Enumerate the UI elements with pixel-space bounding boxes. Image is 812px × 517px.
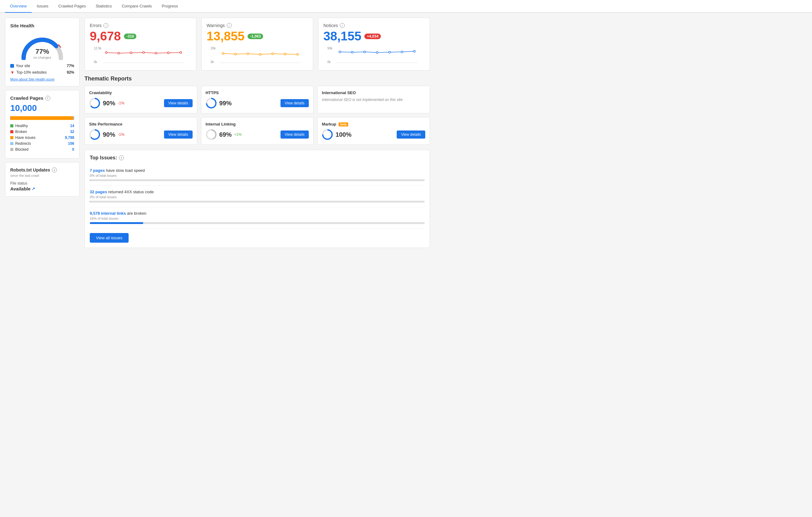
internal-linking-score: 69% +1% — [206, 129, 242, 140]
notices-card: Notices i 38,155 +4,034 50k 0k — [318, 18, 430, 70]
svg-point-4 — [105, 52, 107, 53]
https-val: 99% — [219, 100, 232, 107]
errors-title: Errors i — [90, 23, 191, 28]
svg-text:12.5k: 12.5k — [94, 47, 102, 50]
svg-text:0k: 0k — [211, 60, 214, 64]
tab-statistics[interactable]: Statistics — [91, 0, 117, 13]
svg-point-24 — [339, 51, 341, 53]
file-status-value: Available ↗ — [10, 186, 74, 192]
warnings-info-icon[interactable]: i — [227, 23, 232, 28]
errors-card: Errors i 9,678 -316 12.5k 0k — [85, 18, 196, 70]
issue-broken-links-link[interactable]: 9,578 internal links — [90, 211, 126, 216]
svg-point-26 — [364, 51, 366, 53]
dot-blocked — [10, 148, 13, 151]
crawlability-change: -1% — [118, 101, 124, 105]
tab-bar: Overview Issues Crawled Pages Statistics… — [0, 0, 812, 13]
svg-point-30 — [413, 50, 415, 52]
crawlability-view-btn[interactable]: View details — [164, 99, 193, 107]
crawled-info-icon[interactable]: i — [45, 96, 50, 100]
robots-subtitle: since the last crawl — [10, 174, 74, 177]
warnings-title: Warnings i — [207, 23, 308, 28]
issue-slow-load-bar — [90, 179, 425, 181]
svg-point-15 — [235, 53, 236, 55]
markup-view-btn[interactable]: View details — [397, 131, 425, 139]
your-site-label: Your site — [16, 64, 30, 68]
tab-crawled-pages[interactable]: Crawled Pages — [53, 0, 91, 13]
issue-broken-links: 9,578 internal links are broken 16% of t… — [90, 207, 425, 229]
gauge-percent: 77% — [10, 48, 74, 56]
healthy-count: 14 — [70, 124, 74, 128]
svg-point-19 — [284, 53, 286, 55]
robots-external-link-icon[interactable]: ↗ — [32, 186, 35, 191]
notices-value: 38,155 +4,034 — [323, 29, 425, 43]
more-about-health-link[interactable]: More about Site Health score — [10, 77, 74, 81]
stat-broken: Broken 32 — [10, 130, 74, 134]
robots-txt-card: Robots.txt Updates i since the last craw… — [5, 162, 80, 197]
stat-have-issues: Have issues 9,798 — [10, 136, 74, 140]
issue-broken-links-pct: 16% of total issues — [90, 217, 425, 220]
issues-count: 9,798 — [65, 136, 74, 140]
svg-point-27 — [376, 52, 378, 53]
tab-progress[interactable]: Progress — [157, 0, 183, 13]
svg-point-5 — [118, 52, 120, 54]
tab-overview[interactable]: Overview — [5, 0, 32, 13]
report-international-seo: International SEO International SEO is n… — [317, 86, 430, 113]
issue-4xx-link[interactable]: 32 pages — [90, 190, 107, 194]
robots-title: Robots.txt Updates i — [10, 168, 74, 172]
robots-info-icon[interactable]: i — [52, 168, 57, 172]
svg-point-20 — [297, 53, 298, 55]
gauge-text: 77% no changes — [10, 48, 74, 59]
tab-compare-crawls[interactable]: Compare Crawls — [117, 0, 157, 13]
notices-info-icon[interactable]: i — [340, 23, 345, 28]
svg-point-10 — [180, 52, 182, 53]
svg-text:0k: 0k — [94, 60, 97, 64]
issue-slow-load-link[interactable]: 7 pages — [90, 168, 105, 173]
svg-point-6 — [130, 52, 132, 54]
markup-val: 100% — [336, 131, 351, 138]
stat-redirects: Redirects 156 — [10, 141, 74, 146]
https-view-btn[interactable]: View details — [281, 99, 309, 107]
site-perf-donut — [89, 129, 100, 140]
svg-point-28 — [388, 51, 390, 53]
stat-blocked: Blocked 0 — [10, 147, 74, 152]
site-perf-view-btn[interactable]: View details — [164, 131, 193, 139]
issue-4xx-bar — [90, 201, 425, 203]
view-all-issues-button[interactable]: View all issues — [90, 233, 128, 243]
markup-row: 100% View details — [322, 129, 425, 140]
internal-linking-donut — [206, 129, 217, 140]
dot-broken — [10, 130, 13, 133]
internal-linking-title: Internal Linking — [206, 122, 309, 126]
report-markup: Markup beta 100% View details — [317, 117, 430, 145]
issue-4xx-fill — [90, 201, 90, 203]
internal-linking-view-btn[interactable]: View details — [281, 131, 309, 139]
svg-point-25 — [351, 51, 353, 53]
https-donut — [206, 97, 217, 109]
errors-badge: -316 — [124, 33, 136, 39]
crawled-count: 10,000 — [10, 103, 74, 113]
report-crawlability: Crawlability 90% -1% View details — [85, 86, 197, 113]
errors-info-icon[interactable]: i — [104, 23, 108, 28]
dot-redirects — [10, 142, 13, 145]
top-issues-info-icon[interactable]: i — [119, 155, 124, 160]
issue-slow-load-text: 7 pages have slow load speed — [90, 168, 425, 173]
site-perf-val: 90% — [103, 131, 115, 138]
site-perf-title: Site Performance — [89, 122, 193, 126]
legend-your-site: Your site 77% — [10, 64, 74, 68]
warnings-chart: 20k 0k — [207, 46, 308, 64]
issue-broken-links-bar — [90, 222, 425, 224]
crawled-pages-title: Crawled Pages i — [10, 95, 74, 100]
issue-broken-links-fill — [90, 222, 143, 224]
svg-point-9 — [168, 52, 169, 54]
metrics-row: Errors i 9,678 -316 12.5k 0k — [85, 18, 430, 70]
tab-issues[interactable]: Issues — [32, 0, 53, 13]
crawlability-val: 90% — [103, 100, 115, 107]
your-site-val: 77% — [67, 64, 74, 68]
intl-seo-title: International SEO — [322, 90, 425, 95]
issue-4xx-pct: 0% of total issues — [90, 195, 425, 199]
https-score: 99% — [206, 97, 232, 109]
internal-linking-val: 69% — [219, 131, 232, 138]
svg-text:20k: 20k — [211, 47, 216, 50]
reports-grid: Crawlability 90% -1% View details HTTPS — [85, 86, 430, 145]
warnings-card: Warnings i 13,855 -1,063 20k 0k — [201, 18, 313, 70]
svg-point-29 — [401, 51, 403, 53]
